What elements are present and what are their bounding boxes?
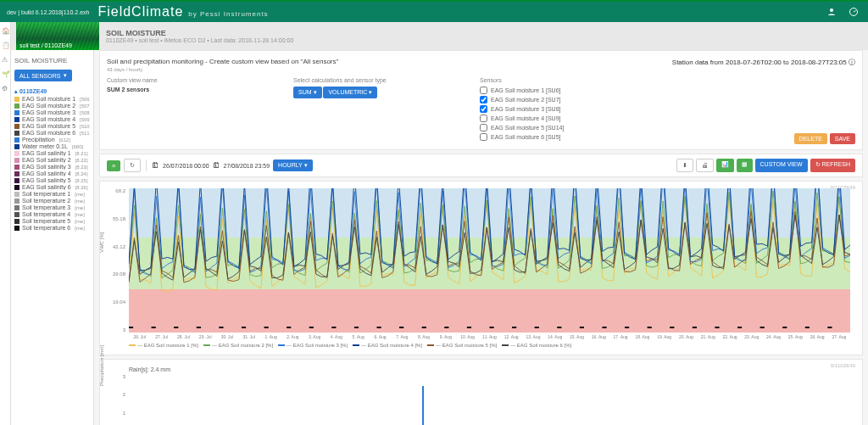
sensor-node[interactable]: Water meter 0.1L[680] xyxy=(14,143,90,149)
user-icon[interactable] xyxy=(824,4,839,20)
home-icon[interactable]: 🏠 xyxy=(2,27,9,35)
info-icon[interactable]: ⓘ xyxy=(849,59,855,66)
save-button[interactable]: SAVE xyxy=(830,133,855,144)
sensor-checkbox-row: EAG Soil moisture 1 [SU6] xyxy=(480,87,855,94)
sensor-node[interactable]: Soil temperature 1[me] xyxy=(14,191,90,197)
collapse-icon[interactable]: ≡ xyxy=(107,160,120,171)
legend-item[interactable]: — EAG Soil moisture 5 [%] xyxy=(427,343,497,348)
sensor-node[interactable]: Soil temperature 3[me] xyxy=(14,204,90,210)
sensor-node[interactable]: Soil temperature 6[me] xyxy=(14,225,90,231)
rain-summary: Rain[s]: 2.4 mm xyxy=(129,366,855,372)
chart-icon[interactable]: 📊 xyxy=(716,159,734,172)
sensor-node[interactable]: Soil temperature 5[me] xyxy=(14,218,90,224)
granularity-dropdown[interactable]: HOURLY ▾ xyxy=(273,159,312,171)
legend-item[interactable]: — EAG Soil moisture 1 [%] xyxy=(129,343,198,348)
plant-icon[interactable]: 🌱 xyxy=(2,70,9,78)
warning-icon[interactable]: ⚠ xyxy=(2,56,9,64)
calendar-from-icon[interactable]: 🗓 xyxy=(152,161,159,170)
sensor-checkbox[interactable] xyxy=(480,124,487,131)
sensor-node[interactable]: Soil temperature 4[me] xyxy=(14,211,90,217)
date-to[interactable]: 27/08/2018 23:59 xyxy=(224,163,270,169)
sensor-node[interactable]: EAG Soil salinity 5[8.25] xyxy=(14,177,90,183)
sensors-label: Sensors xyxy=(480,77,855,83)
sensor-node[interactable]: EAG Soil salinity 2[8.22] xyxy=(14,157,90,163)
refresh-button[interactable]: ↻ REFRESH xyxy=(810,159,855,172)
custom-view-name: SUM 2 sensors xyxy=(107,87,259,92)
sensor-node[interactable]: EAG Soil moisture 6[511] xyxy=(14,130,90,136)
bar xyxy=(422,386,424,425)
sidebar: SOIL MOISTURE ALL SENSORS▾ ▴ 0110ZE49EAG… xyxy=(11,50,94,425)
sensor-node[interactable]: EAG Soil salinity 6[8.26] xyxy=(14,184,90,190)
table-icon[interactable]: ▦ xyxy=(737,159,753,172)
precipitation-chart: 0/110ZE49 Rain[s]: 2.4 mm 3210 Precipita… xyxy=(99,359,863,425)
date-range-info: Station data from 2018-07-26T02:00 to 20… xyxy=(672,58,855,67)
build-info: dev | build 6.12.2018|110.2.exh xyxy=(7,9,89,15)
chart-id: 0/110ZE49 xyxy=(831,363,855,368)
sensor-label: EAG Soil moisture 3 [SU8] xyxy=(491,106,560,112)
delete-button[interactable]: DELETE xyxy=(794,133,827,144)
sensor-node[interactable]: EAG Soil moisture 3[508] xyxy=(14,109,90,115)
topbar: dev | build 6.12.2018|110.2.exh FieldCli… xyxy=(0,0,868,22)
calendar-to-icon[interactable]: 🗓 xyxy=(213,161,220,170)
config-card: Soil and precipitation monitoring - Crea… xyxy=(99,50,863,150)
sensor-node[interactable]: EAG Soil moisture 4[509] xyxy=(14,116,90,122)
station-meta: 0110ZE49 • soil test • iMetos ECO D2 • L… xyxy=(106,37,293,43)
date-from-tag: 2018-07-26T02:00 xyxy=(726,59,782,66)
sensor-label: EAG Soil moisture 5 [SU14] xyxy=(491,125,564,131)
volumetric-dropdown[interactable]: VOLUMETRIC ▾ xyxy=(323,87,377,98)
station-node[interactable]: ▴ 0110ZE49 xyxy=(14,88,90,95)
sensor-checkbox[interactable] xyxy=(480,87,487,94)
sensor-checkbox[interactable] xyxy=(480,133,487,141)
list-icon[interactable]: 📋 xyxy=(2,42,9,49)
y-axis-label: VWC [%] xyxy=(99,232,104,252)
custom-view-label: Custom view name xyxy=(107,77,259,83)
sensor-checkbox-row: EAG Soil moisture 5 [SU14] xyxy=(480,124,855,131)
all-sensors-dropdown[interactable]: ALL SENSORS▾ xyxy=(14,70,72,81)
sensor-node[interactable]: Soil temperature 2[me] xyxy=(14,198,90,204)
sensor-checkbox[interactable] xyxy=(480,96,487,103)
sensor-node[interactable]: EAG Soil salinity 1[8.21] xyxy=(14,150,90,156)
sensor-node[interactable]: EAG Soil moisture 1[506] xyxy=(14,96,90,102)
sensor-node[interactable]: EAG Soil salinity 3[8.23] xyxy=(14,164,90,170)
legend-item[interactable]: — EAG Soil moisture 4 [%] xyxy=(353,343,422,348)
brand-logo: FieldClimateby Pessl Instruments xyxy=(97,4,268,20)
sensor-label: EAG Soil moisture 1 [SU6] xyxy=(491,87,560,93)
station-thumbnail: soil test / 0110ZE49 xyxy=(16,22,99,50)
chart-area[interactable] xyxy=(129,188,850,333)
custom-view-button[interactable]: CUSTOM VIEW xyxy=(755,159,808,172)
x-axis: 26. Jul27. Jul28. Jul29. Jul30. Jul31. J… xyxy=(129,334,850,339)
page-heading: SOIL MOISTURE xyxy=(106,29,293,37)
y-axis: 68.255.1842.1229.0819.043 xyxy=(107,188,127,333)
chart-area[interactable] xyxy=(129,374,850,425)
legend-item[interactable]: — EAG Soil moisture 3 [%] xyxy=(278,343,348,348)
sensor-label: EAG Soil moisture 2 [SU7] xyxy=(491,97,560,103)
sensor-checkbox-row: EAG Soil moisture 2 [SU7] xyxy=(480,96,855,103)
gear-icon[interactable]: ⚙ xyxy=(2,85,9,92)
sensor-node[interactable]: EAG Soil moisture 5[510] xyxy=(14,123,90,129)
main: Soil and precipitation monitoring - Crea… xyxy=(94,50,868,425)
sensor-node[interactable]: EAG Soil moisture 2[507] xyxy=(14,103,90,109)
download-icon[interactable]: ⬇ xyxy=(676,159,693,172)
sensor-checkbox-row: EAG Soil moisture 4 [SU9] xyxy=(480,115,855,122)
sensor-node[interactable]: Precipitation[612] xyxy=(14,137,90,143)
export-icon[interactable]: 🖨 xyxy=(696,159,714,172)
y-axis: 3210 xyxy=(107,374,127,425)
calc-label: Select calculations and sensor type xyxy=(293,77,446,83)
legend-item[interactable]: — EAG Soil moisture 2 [%] xyxy=(203,343,273,348)
svg-point-0 xyxy=(830,8,833,12)
toolbar: ≡ ↻ 🗓 26/07/2018 00:00 🗓 27/08/2018 23:5… xyxy=(99,154,863,177)
sidebar-heading: SOIL MOISTURE xyxy=(14,57,90,64)
date-from[interactable]: 26/07/2018 00:00 xyxy=(163,163,209,169)
sensor-checkbox[interactable] xyxy=(480,115,487,122)
legend-item[interactable]: — EAG Soil moisture 6 [%] xyxy=(502,343,571,348)
page-title: Soil and precipitation monitoring - Crea… xyxy=(107,58,338,65)
page-subtitle: 43 days / hourly xyxy=(107,67,338,72)
date-to-tag: 2018-08-27T23:05 xyxy=(791,59,847,66)
sensor-node[interactable]: EAG Soil salinity 4[8.24] xyxy=(14,171,90,176)
sum-dropdown[interactable]: SUM ▾ xyxy=(293,87,322,98)
refresh-icon[interactable]: ↻ xyxy=(124,159,141,172)
dashboard-icon[interactable] xyxy=(846,4,861,20)
sensor-checkbox[interactable] xyxy=(480,105,487,113)
sensor-label: EAG Soil moisture 6 [SU5] xyxy=(491,134,560,140)
soil-moisture-chart: 0/110ZE49 68.255.1842.1229.0819.043 VWC … xyxy=(99,181,863,355)
